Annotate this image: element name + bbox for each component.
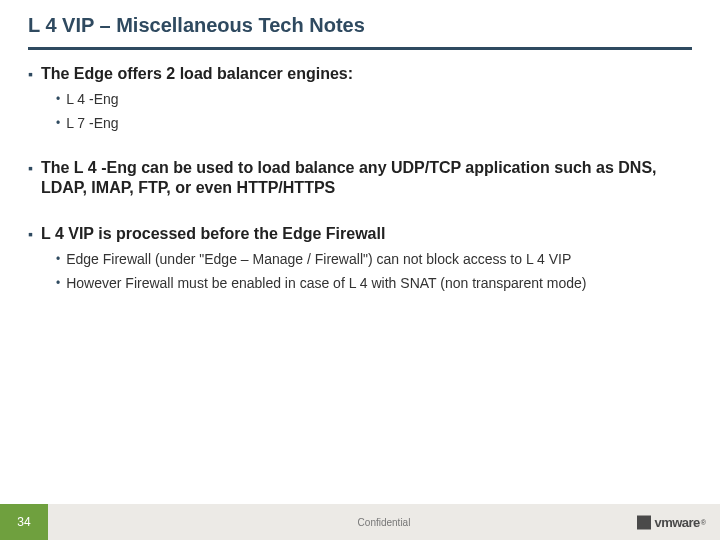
footer-bar: Confidential vmware ® [48,504,720,540]
square-bullet-icon: ▪ [28,224,33,244]
footer: 34 Confidential vmware ® [0,504,720,540]
bullet-lvl2: • L 7 -Eng [56,114,692,132]
logo-text: vmware [654,515,699,530]
dot-bullet-icon: • [56,274,60,292]
list-item: However Firewall must be enabled in case… [66,274,586,292]
bullet-lvl1: ▪ The Edge offers 2 load balancer engine… [28,64,692,84]
square-bullet-icon: ▪ [28,64,33,84]
page-number: 34 [0,504,48,540]
logo-mark-icon [637,515,651,529]
logo-trademark: ® [701,519,706,526]
slide-title: L 4 VIP – Miscellaneous Tech Notes [0,0,720,43]
bullet-lvl2: • L 4 -Eng [56,90,692,108]
square-bullet-icon: ▪ [28,158,33,178]
section-heading: L 4 VIP is processed before the Edge Fir… [41,224,385,244]
bullet-lvl2: • Edge Firewall (under "Edge – Manage / … [56,250,692,268]
slide: L 4 VIP – Miscellaneous Tech Notes ▪ The… [0,0,720,540]
bullet-lvl1: ▪ L 4 VIP is processed before the Edge F… [28,224,692,244]
dot-bullet-icon: • [56,114,60,132]
section-heading: The Edge offers 2 load balancer engines: [41,64,353,84]
content-area: ▪ The Edge offers 2 load balancer engine… [0,50,720,292]
section-2: ▪ The L 4 -Eng can be used to load balan… [28,158,692,198]
dot-bullet-icon: • [56,250,60,268]
bullet-lvl1: ▪ The L 4 -Eng can be used to load balan… [28,158,692,198]
list-item: L 7 -Eng [66,114,118,132]
confidential-label: Confidential [358,517,411,528]
section-heading: The L 4 -Eng can be used to load balance… [41,158,692,198]
section-1: ▪ The Edge offers 2 load balancer engine… [28,64,692,132]
dot-bullet-icon: • [56,90,60,108]
bullet-lvl2: • However Firewall must be enabled in ca… [56,274,692,292]
list-item: L 4 -Eng [66,90,118,108]
list-item: Edge Firewall (under "Edge – Manage / Fi… [66,250,571,268]
vmware-logo: vmware ® [637,515,706,530]
section-3: ▪ L 4 VIP is processed before the Edge F… [28,224,692,292]
